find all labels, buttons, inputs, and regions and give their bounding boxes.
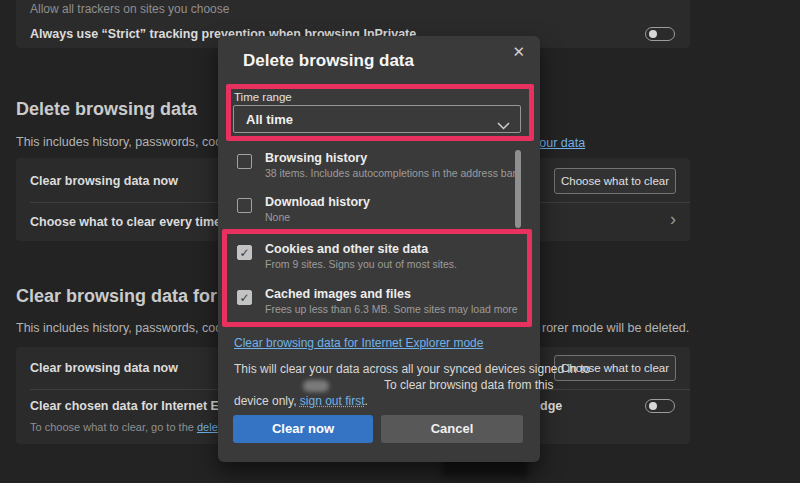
ie-row-sub-text: To choose what to clear, go to the delet… bbox=[30, 421, 236, 433]
ie-section-description: This includes history, passwords, cookie bbox=[16, 321, 238, 335]
clear-ie-mode-link[interactable]: Clear browsing data for Internet Explore… bbox=[234, 336, 483, 350]
cancel-button[interactable]: Cancel bbox=[381, 415, 523, 443]
checkbox-label: Cached images and files bbox=[265, 287, 411, 301]
checkbox-detail: None bbox=[265, 211, 290, 223]
checkbox-checked[interactable]: ✓ bbox=[237, 290, 252, 305]
time-range-select[interactable]: All time bbox=[233, 105, 521, 133]
scrollbar-thumb[interactable] bbox=[515, 150, 521, 228]
ie-clear-chosen-row-label: Clear chosen data for Internet Explo bbox=[30, 399, 245, 413]
toggle-knob bbox=[649, 30, 657, 38]
ie-section-heading: Clear browsing data for Int bbox=[16, 286, 244, 307]
sync-note-line1: This will clear your data across all you… bbox=[234, 362, 590, 376]
checkbox-label: Download history bbox=[265, 195, 370, 209]
close-icon[interactable]: ✕ bbox=[508, 41, 529, 63]
dialog-title: Delete browsing data bbox=[243, 51, 414, 71]
allow-trackers-label: Allow all trackers on sites you choose bbox=[30, 2, 229, 16]
sync-note-line2: To clear browsing data from this bbox=[384, 378, 553, 392]
checkbox[interactable] bbox=[237, 198, 252, 213]
ie-sub-prefix: To choose what to clear, go to the bbox=[30, 421, 197, 433]
delete-browsing-data-heading: Delete browsing data bbox=[16, 99, 197, 120]
time-range-value: All time bbox=[246, 112, 293, 127]
clear-on-close-row-label: Choose what to clear every time yo bbox=[30, 215, 239, 229]
checkbox-detail: 38 items. Includes autocompletions in th… bbox=[265, 167, 518, 179]
strict-inprivate-toggle[interactable] bbox=[645, 27, 675, 41]
delete-section-description: This includes history, passwords, cookie bbox=[16, 135, 238, 149]
checkbox-detail: From 9 sites. Signs you out of most site… bbox=[265, 258, 457, 270]
ie-clear-now-row-label: Clear browsing data now bbox=[30, 361, 178, 375]
checkbox[interactable] bbox=[237, 154, 252, 169]
sign-out-first-link[interactable]: sign out first bbox=[300, 394, 365, 408]
redacted-account-text bbox=[303, 380, 329, 392]
delete-browsing-data-dialog: ✕ Delete browsing data Time range All ti… bbox=[218, 36, 540, 462]
ie-mode-toggle[interactable] bbox=[645, 399, 675, 413]
checkbox-label: Browsing history bbox=[265, 151, 367, 165]
ie-row-right-fragment: dge bbox=[540, 399, 562, 413]
check-icon: ✓ bbox=[239, 291, 249, 305]
your-data-link[interactable]: your data bbox=[533, 136, 585, 150]
time-range-label: Time range bbox=[234, 91, 292, 103]
clear-now-button[interactable]: Clear now bbox=[233, 415, 373, 443]
check-icon: ✓ bbox=[239, 246, 249, 260]
checkbox-checked[interactable]: ✓ bbox=[237, 245, 252, 260]
ie-section-description-right: rorer mode will be deleted. bbox=[542, 321, 689, 335]
sync-note-prefix: device only, bbox=[234, 394, 300, 408]
sync-note-line3: device only, sign out first. bbox=[234, 394, 368, 408]
toggle-knob bbox=[649, 402, 657, 410]
chevron-down-icon bbox=[497, 116, 510, 134]
sync-note-suffix: . bbox=[365, 394, 368, 408]
checkbox-detail: Frees up less than 6.3 MB. Some sites ma… bbox=[265, 303, 518, 315]
clear-now-row-label: Clear browsing data now bbox=[30, 174, 178, 188]
checkbox-label: Cookies and other site data bbox=[265, 242, 428, 256]
chevron-right-icon[interactable]: › bbox=[670, 212, 676, 226]
choose-what-to-clear-button[interactable]: Choose what to clear bbox=[554, 168, 676, 194]
